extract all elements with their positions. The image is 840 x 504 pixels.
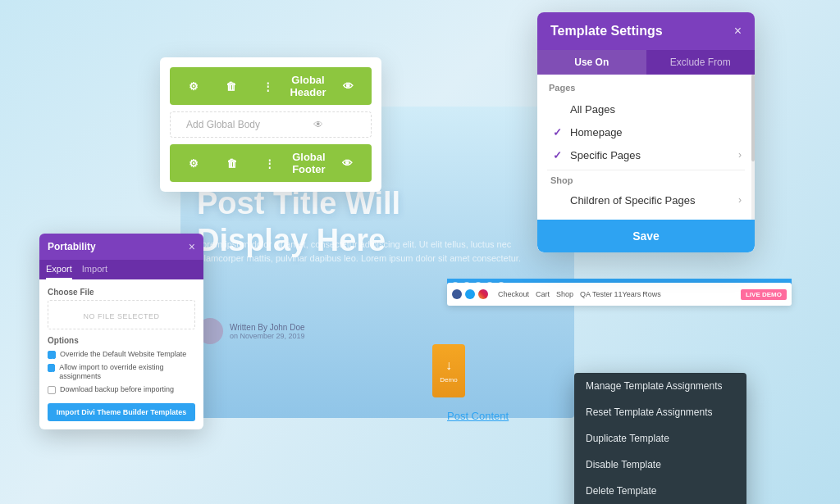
specific-pages-label: Specific Pages bbox=[570, 149, 738, 161]
instagram-icon[interactable] bbox=[478, 289, 488, 299]
eye-icon-body[interactable]: 👁 bbox=[274, 119, 363, 130]
children-specific-pages-label: Children of Specific Pages bbox=[570, 194, 738, 207]
all-pages-item[interactable]: All Pages bbox=[547, 98, 745, 120]
option-1-label: Override the Default Website Template bbox=[60, 350, 186, 360]
tab-exclude-from[interactable]: Exclude From bbox=[646, 50, 756, 75]
global-footer-label: Global Footer bbox=[292, 151, 325, 175]
scroll-bar bbox=[751, 75, 755, 220]
download-arrow-icon: ↓ bbox=[445, 358, 452, 373]
template-settings-body: Pages All Pages ✓ Homepage ✓ Specific Pa… bbox=[537, 75, 755, 220]
demo-label: Demo bbox=[440, 376, 457, 384]
trash-icon[interactable]: 🗑 bbox=[215, 80, 245, 93]
years-label: 11Years bbox=[614, 290, 641, 298]
more-icon[interactable]: ⋮ bbox=[253, 80, 283, 93]
author-row: Written By John Doe on November 29, 2019 bbox=[197, 318, 305, 344]
post-content-link[interactable]: Post Content bbox=[447, 410, 509, 422]
option-2-label: Allow import to override existing assign… bbox=[59, 363, 195, 382]
import-button[interactable]: Import Divi Theme Builder Templates bbox=[48, 403, 195, 421]
delete-template-item[interactable]: Delete Template bbox=[574, 478, 746, 504]
eye-icon-header[interactable]: 👁 bbox=[333, 80, 363, 93]
shop-nav[interactable]: Shop bbox=[556, 290, 573, 298]
option-3: Download backup before importing bbox=[48, 385, 195, 395]
tab-import[interactable]: Import bbox=[82, 260, 107, 279]
live-demo-button[interactable]: LIVE DEMO bbox=[741, 289, 787, 300]
homepage-item[interactable]: ✓ Homepage bbox=[547, 120, 745, 143]
builder-toolbar: Checkout Cart Shop QA Tester 11Years Row… bbox=[447, 283, 792, 306]
option-3-checkbox[interactable] bbox=[48, 386, 56, 394]
qa-tester-label: QA Tester bbox=[580, 290, 612, 298]
template-settings-panel: Template Settings × Use On Exclude From … bbox=[537, 12, 755, 252]
add-global-body-row[interactable]: Add Global Body 👁 bbox=[170, 111, 372, 138]
header-panel: ⚙ 🗑 ⋮ Global Header 👁 Add Global Body 👁 … bbox=[160, 57, 381, 192]
settings-icon[interactable]: ⚙ bbox=[178, 80, 208, 93]
specific-pages-check: ✓ bbox=[550, 148, 564, 161]
scroll-thumb bbox=[751, 75, 755, 161]
nav-items: Checkout Cart Shop bbox=[498, 290, 573, 298]
rows-label: Rows bbox=[642, 290, 661, 298]
template-settings-header: Template Settings × bbox=[537, 12, 755, 50]
author-date: on November 29, 2019 bbox=[230, 332, 305, 340]
homepage-label: Homepage bbox=[570, 126, 742, 138]
tab-export[interactable]: Export bbox=[46, 260, 72, 279]
option-1: ✓ Override the Default Website Template bbox=[48, 350, 195, 360]
add-body-label: Add Global Body bbox=[179, 119, 267, 130]
options-label: Options bbox=[48, 336, 195, 345]
tab-use-on[interactable]: Use On bbox=[537, 50, 646, 75]
duplicate-template-item[interactable]: Duplicate Template bbox=[574, 425, 746, 452]
portability-body: Choose File NO FILE SELECTED Options ✓ O… bbox=[39, 279, 203, 429]
pages-label: Pages bbox=[547, 83, 745, 93]
author-info: Written By John Doe on November 29, 2019 bbox=[230, 323, 305, 340]
center-subtitle: Lorem ipsum dolor sit amet, consectetur … bbox=[197, 238, 558, 265]
global-footer-row[interactable]: ⚙ 🗑 ⋮ Global Footer 👁 bbox=[170, 144, 372, 182]
all-pages-label: All Pages bbox=[570, 103, 742, 116]
portability-header: Portability × bbox=[39, 234, 203, 260]
portability-title: Portability bbox=[48, 241, 96, 252]
facebook-icon[interactable] bbox=[452, 289, 462, 299]
children-check bbox=[550, 193, 564, 207]
reset-template-assignments-item[interactable]: Reset Template Assignments bbox=[574, 399, 746, 425]
portability-tabs: Export Import bbox=[39, 260, 203, 279]
context-menu: Manage Template Assignments Reset Templa… bbox=[574, 373, 746, 504]
eye-icon-footer[interactable]: 👁 bbox=[332, 157, 363, 170]
shop-label: Shop bbox=[550, 175, 745, 185]
file-drop-area[interactable]: NO FILE SELECTED bbox=[48, 300, 195, 329]
global-header-row[interactable]: ⚙ 🗑 ⋮ Global Header 👁 bbox=[170, 67, 372, 105]
social-icons bbox=[452, 289, 488, 299]
global-header-label: Global Header bbox=[290, 74, 326, 98]
cart-nav[interactable]: Cart bbox=[536, 290, 550, 298]
template-settings-close-button[interactable]: × bbox=[734, 24, 742, 39]
disable-template-item[interactable]: Disable Template bbox=[574, 452, 746, 478]
author-by: Written By John Doe bbox=[230, 323, 305, 332]
specific-pages-arrow-icon: › bbox=[738, 149, 742, 161]
option-3-label: Download backup before importing bbox=[60, 385, 174, 395]
more-icon-footer[interactable]: ⋮ bbox=[254, 157, 285, 170]
save-button[interactable]: Save bbox=[537, 220, 755, 252]
option-2: ✓ Allow import to override existing assi… bbox=[48, 363, 195, 382]
children-specific-pages-item[interactable]: Children of Specific Pages › bbox=[547, 188, 745, 211]
manage-template-assignments-item[interactable]: Manage Template Assignments bbox=[574, 373, 746, 399]
settings-icon-footer[interactable]: ⚙ bbox=[178, 157, 209, 170]
option-2-checkbox[interactable]: ✓ bbox=[48, 364, 55, 372]
portability-panel: Portability × Export Import Choose File … bbox=[39, 234, 203, 429]
template-settings-title: Template Settings bbox=[550, 24, 663, 39]
option-1-checkbox[interactable]: ✓ bbox=[48, 351, 56, 359]
all-pages-check bbox=[550, 102, 564, 116]
trash-icon-footer[interactable]: 🗑 bbox=[216, 157, 247, 170]
download-button[interactable]: ↓ Demo bbox=[432, 344, 465, 397]
no-file-text: NO FILE SELECTED bbox=[83, 312, 159, 320]
checkout-nav[interactable]: Checkout bbox=[498, 290, 529, 298]
specific-pages-item[interactable]: ✓ Specific Pages › bbox=[547, 143, 745, 166]
template-settings-tabs: Use On Exclude From bbox=[537, 50, 755, 75]
choose-file-label: Choose File bbox=[48, 288, 195, 297]
homepage-check: ✓ bbox=[550, 125, 564, 138]
twitter-icon[interactable] bbox=[465, 289, 475, 299]
portability-close-button[interactable]: × bbox=[189, 240, 195, 253]
divider-1 bbox=[547, 170, 745, 170]
children-arrow-icon: › bbox=[738, 194, 742, 206]
